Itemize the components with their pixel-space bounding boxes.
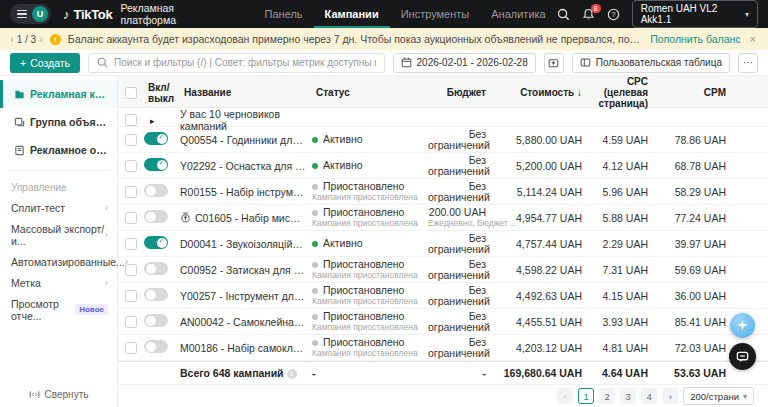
budget-cell: Без ограничений xyxy=(428,259,494,281)
status-dot-icon xyxy=(312,288,318,294)
avatar[interactable]: U xyxy=(32,6,48,22)
custom-table-button[interactable]: Пользовательская таблица xyxy=(572,53,730,73)
campaign-toggle[interactable] xyxy=(144,158,168,171)
collapse-sidebar-button[interactable]: Свернуть xyxy=(0,389,117,400)
info-icon[interactable]: i xyxy=(287,369,297,379)
expand-drafts-icon[interactable]: ▸ xyxy=(144,116,155,126)
adgroup-icon xyxy=(14,117,25,128)
sidebar-item-automated-rules[interactable]: Автоматизированные...› xyxy=(0,251,117,272)
sidebar-item-label[interactable]: Метка› xyxy=(0,272,117,293)
row-checkbox[interactable] xyxy=(125,212,137,224)
campaign-name[interactable]: C00952 - Затискач для волосся xyxy=(180,264,306,276)
sidebar-divider xyxy=(8,170,109,171)
page-button-1[interactable]: 1 xyxy=(578,388,594,404)
table-row: D00041 - Звукоізоляційна стрічка ... Акт… xyxy=(118,231,768,257)
account-selector[interactable]: Romen UAH VL2 Akk1.1 ▾ xyxy=(632,0,758,28)
campaign-toggle[interactable] xyxy=(144,340,168,353)
campaign-toggle[interactable] xyxy=(144,132,168,145)
export-button[interactable] xyxy=(544,53,564,73)
nav-dashboard[interactable]: Панель xyxy=(254,0,314,28)
table-row: C01605 - Набір мисок з кришко... Приоста… xyxy=(118,205,768,231)
campaign-toggle[interactable] xyxy=(144,210,168,223)
campaign-name[interactable]: R00155 - Набір інструментів для р... xyxy=(180,186,306,198)
campaign-toggle[interactable] xyxy=(144,314,168,327)
notifications-bell-icon[interactable]: 8 xyxy=(582,8,595,21)
page-size-select[interactable]: 200/страни ▾ xyxy=(683,387,754,405)
col-name[interactable]: Название xyxy=(180,87,312,98)
page-button-4[interactable]: 4 xyxy=(641,388,657,404)
ai-assistant-button[interactable] xyxy=(730,313,755,338)
sidebar-item-report-view[interactable]: Просмотр отче... Новое xyxy=(0,293,117,326)
row-checkbox[interactable] xyxy=(125,186,137,198)
row-checkbox[interactable] xyxy=(125,316,137,328)
campaigns-table: Вкл/выкл Название Статус Бюджет Стоимост… xyxy=(118,76,768,407)
create-button[interactable]: + Создать xyxy=(10,53,80,73)
col-cpc[interactable]: CPC (целевая страница) xyxy=(590,76,656,109)
platform-subtitle: Рекламная платформа xyxy=(120,2,223,26)
sidebar-item-adgroup[interactable]: Группа объявлений xyxy=(0,108,117,136)
row-checkbox[interactable] xyxy=(125,238,137,250)
status-dot-icon xyxy=(312,137,318,143)
search-input[interactable] xyxy=(114,57,375,68)
campaign-name[interactable]: AN00042 - Самоклейна «Алькант... xyxy=(180,316,306,328)
next-page-button[interactable]: › xyxy=(662,388,678,404)
tiktok-logo: ♪ TikTok Рекламная платформа xyxy=(63,2,224,26)
nav-campaigns[interactable]: Кампании xyxy=(314,0,390,28)
campaign-name[interactable]: Y00257 - Інструмент для вдавлюва... xyxy=(180,290,306,302)
col-budget[interactable]: Бюджет xyxy=(428,87,494,98)
campaign-name[interactable]: C01605 - Набір мисок з кришко... xyxy=(195,212,306,224)
campaign-name[interactable]: M00186 - Набір самоклеючих латок xyxy=(180,342,306,354)
row-checkbox[interactable] xyxy=(125,342,137,354)
nav-tools[interactable]: Инструменты xyxy=(390,0,481,28)
page-button-2[interactable]: 2 xyxy=(599,388,615,404)
cost-cell: 4,757.44 UAH xyxy=(494,238,590,250)
row-checkbox[interactable] xyxy=(125,160,137,172)
cpm-cell: 36.00 UAH xyxy=(656,290,768,302)
sidebar-item-bulk-export[interactable]: Массовый экспорт/и...› xyxy=(0,218,117,251)
more-options-button[interactable]: ··· xyxy=(738,53,758,73)
prev-page-button[interactable]: ‹ xyxy=(557,388,573,404)
campaign-toggle[interactable] xyxy=(144,288,168,301)
drafts-checkbox[interactable] xyxy=(125,114,137,126)
chat-support-button[interactable] xyxy=(729,343,756,370)
cpc-cell: 2.29 UAH xyxy=(590,238,656,250)
help-icon[interactable]: ? xyxy=(607,8,620,21)
row-checkbox[interactable] xyxy=(125,290,137,302)
totals-cost: 169,680.64 UAH xyxy=(494,367,590,379)
sidebar-item-ad[interactable]: Рекламное объявле... xyxy=(0,136,117,164)
main-nav: Панель Кампании Инструменты Аналитика xyxy=(254,0,557,28)
banner-prev-icon[interactable]: ‹ xyxy=(10,33,14,45)
search-icon xyxy=(97,57,108,68)
top-up-balance-link[interactable]: Пополнить баланс xyxy=(650,33,740,45)
campaign-name[interactable]: Y02292 - Оснастка для донной ло... xyxy=(180,160,306,172)
campaign-name[interactable]: Q00554 - Годинники для автомобі... xyxy=(180,134,306,146)
banner-next-icon[interactable]: › xyxy=(39,33,43,45)
col-cost-sort[interactable]: Стоимость ↓ xyxy=(494,87,590,98)
campaign-toggle[interactable] xyxy=(144,236,168,249)
sidebar-section-management: Управление xyxy=(0,177,117,197)
sidebar-item-split-test[interactable]: Сплит-тест› xyxy=(0,197,117,218)
campaign-toggle[interactable] xyxy=(144,184,168,197)
drafts-row[interactable]: ▸ У вас 10 черновиков кампаний xyxy=(118,108,768,127)
col-status[interactable]: Статус xyxy=(312,87,428,98)
select-all-checkbox[interactable] xyxy=(125,87,137,99)
cost-cell: 5,114.24 UAH xyxy=(494,186,590,198)
col-cpm[interactable]: CPM xyxy=(656,87,768,98)
cpm-cell: 77.24 UAH xyxy=(656,212,768,224)
status-cell: Приостановлено Кампания приостановлена xyxy=(312,311,428,332)
campaign-name[interactable]: D00041 - Звукоізоляційна стрічка ... xyxy=(180,238,306,250)
cost-cell: 4,954.77 UAH xyxy=(494,212,590,224)
banner-close-icon[interactable]: × xyxy=(748,33,758,45)
sidebar-item-campaign[interactable]: Рекламная кампания xyxy=(0,80,117,108)
cpm-cell: 59.69 UAH xyxy=(656,264,768,276)
hamburger-icon[interactable] xyxy=(17,10,27,19)
search-filter-box[interactable] xyxy=(88,53,384,73)
search-icon[interactable] xyxy=(557,8,570,21)
account-menu-pill[interactable]: U xyxy=(10,4,51,24)
campaign-toggle[interactable] xyxy=(144,262,168,275)
date-range-picker[interactable]: 2026-02-01 - 2026-02-28 xyxy=(393,53,536,73)
chevron-right-icon: › xyxy=(105,202,108,213)
row-checkbox[interactable] xyxy=(125,134,137,146)
page-button-3[interactable]: 3 xyxy=(620,388,636,404)
nav-analytics[interactable]: Аналитика xyxy=(480,0,556,28)
